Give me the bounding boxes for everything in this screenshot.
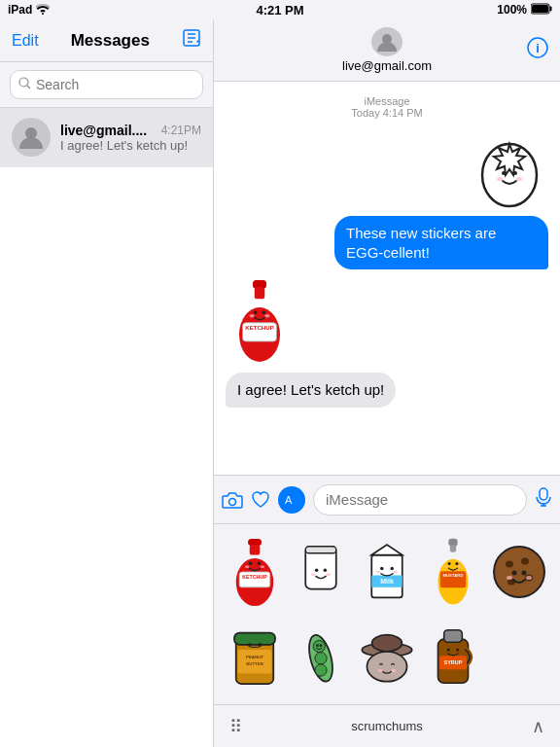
search-input-wrap[interactable] — [10, 70, 203, 99]
battery-icon — [531, 3, 552, 18]
svg-point-86 — [320, 644, 323, 647]
incoming-bubble: I agree! Let's ketch up! — [226, 373, 396, 408]
outgoing-bubble: These new stickers are EGG-cellent! — [334, 216, 548, 269]
sticker-mustard[interactable]: MUSTARD — [424, 534, 482, 611]
svg-point-40 — [245, 566, 249, 569]
svg-text:KETCHUP: KETCHUP — [245, 324, 274, 331]
svg-point-85 — [316, 644, 319, 647]
message-timestamp: iMessageToday 4:14 PM — [226, 95, 548, 119]
svg-point-47 — [327, 574, 331, 577]
svg-point-73 — [526, 576, 532, 580]
svg-point-67 — [521, 558, 529, 565]
svg-text:BUTTER: BUTTER — [246, 661, 264, 666]
svg-point-8 — [19, 78, 28, 87]
conversation-list: live@gmail.... 4:21PM I agree! Let's ket… — [0, 108, 213, 747]
svg-point-52 — [380, 567, 384, 571]
svg-point-83 — [315, 652, 327, 663]
svg-rect-2 — [532, 5, 548, 13]
svg-point-65 — [494, 547, 544, 597]
input-bar: A — [214, 475, 560, 523]
svg-point-84 — [315, 664, 327, 676]
svg-text:MUSTARD: MUSTARD — [442, 574, 463, 579]
svg-point-18 — [516, 177, 522, 181]
sticker-cookie[interactable] — [490, 534, 548, 611]
search-input[interactable] — [36, 77, 194, 92]
conv-preview: I agree! Let's ketch up! — [60, 138, 201, 153]
svg-text:KETCHUP: KETCHUP — [242, 574, 267, 580]
chat-avatar — [371, 27, 402, 56]
egg-sticker — [471, 130, 548, 208]
messages: iMessageToday 4:14 PM — [214, 82, 560, 475]
search-bar — [0, 62, 213, 108]
sticker-cup[interactable] — [292, 534, 350, 611]
outgoing-message-row: These new stickers are EGG-cellent! — [226, 216, 548, 269]
incoming-sticker-row: KETCHUP — [226, 277, 548, 365]
svg-point-79 — [248, 643, 252, 647]
svg-point-70 — [512, 571, 517, 576]
sidebar: Edit Messages — [0, 19, 214, 747]
chevron-up-icon[interactable]: ∧ — [532, 716, 544, 737]
svg-rect-33 — [248, 539, 262, 546]
svg-point-96 — [447, 648, 450, 651]
svg-point-27 — [264, 314, 269, 318]
svg-text:SYRUP: SYRUP — [444, 659, 463, 665]
svg-rect-34 — [250, 545, 261, 555]
svg-point-44 — [315, 569, 319, 573]
wifi-icon — [36, 3, 50, 18]
conversation-item[interactable]: live@gmail.... 4:21PM I agree! Let's ket… — [0, 108, 213, 167]
incoming-message-row: I agree! Let's ketch up! — [226, 373, 548, 408]
conv-info: live@gmail.... 4:21PM I agree! Let's ket… — [60, 123, 201, 153]
svg-text:i: i — [536, 40, 540, 54]
svg-point-82 — [313, 640, 325, 652]
sticker-grid: KETCHUP — [214, 524, 560, 704]
svg-text:Milk: Milk — [380, 579, 394, 586]
svg-point-54 — [376, 571, 380, 574]
sticker-picker: KETCHUP — [214, 523, 560, 747]
ketchup-sticker-msg: KETCHUP — [226, 277, 294, 365]
app-container: Edit Messages — [0, 19, 560, 747]
sticker-peanut-butter[interactable]: PEANUT BUTTER — [226, 619, 284, 695]
svg-point-45 — [324, 569, 328, 573]
sticker-footer: ⠿ scrumchums ∧ — [214, 704, 560, 747]
mic-button[interactable] — [535, 487, 552, 512]
svg-point-72 — [507, 576, 512, 580]
sticker-syrup[interactable]: SYRUP — [424, 619, 482, 695]
sticker-peas[interactable] — [292, 619, 350, 695]
svg-rect-43 — [305, 547, 336, 553]
svg-point-71 — [522, 571, 527, 576]
heart-button[interactable] — [251, 491, 270, 509]
svg-point-89 — [367, 652, 406, 682]
sticker-pot[interactable] — [358, 619, 416, 695]
svg-point-91 — [391, 669, 396, 672]
avatar — [12, 118, 51, 157]
compose-button[interactable] — [182, 28, 201, 53]
svg-point-0 — [42, 13, 44, 15]
sticker-milk[interactable]: Milk — [358, 534, 416, 611]
sidebar-header: Edit Messages — [0, 19, 213, 62]
svg-point-55 — [394, 571, 398, 574]
edit-button[interactable]: Edit — [12, 32, 39, 50]
svg-point-26 — [250, 314, 255, 318]
svg-text:PEANUT: PEANUT — [246, 655, 263, 659]
svg-point-17 — [497, 177, 503, 181]
message-input[interactable] — [313, 484, 527, 516]
svg-rect-93 — [444, 630, 463, 642]
svg-point-64 — [458, 566, 462, 568]
svg-point-61 — [448, 562, 451, 565]
svg-rect-75 — [234, 632, 275, 644]
svg-marker-49 — [371, 545, 402, 555]
svg-rect-20 — [255, 287, 265, 299]
info-button[interactable]: i — [527, 37, 548, 64]
grid-icon[interactable]: ⠿ — [229, 716, 242, 737]
svg-point-88 — [372, 634, 402, 651]
sticker-ketchup[interactable]: KETCHUP — [226, 534, 284, 611]
svg-point-66 — [506, 561, 513, 568]
svg-rect-30 — [540, 488, 547, 500]
camera-button[interactable] — [222, 491, 243, 509]
battery-label: 100% — [497, 3, 527, 17]
pack-name: scrumchums — [351, 719, 423, 733]
sidebar-title: Messages — [71, 31, 150, 51]
svg-point-53 — [391, 567, 395, 571]
appstore-button[interactable]: A — [278, 486, 305, 514]
conv-name: live@gmail.... — [60, 123, 147, 138]
